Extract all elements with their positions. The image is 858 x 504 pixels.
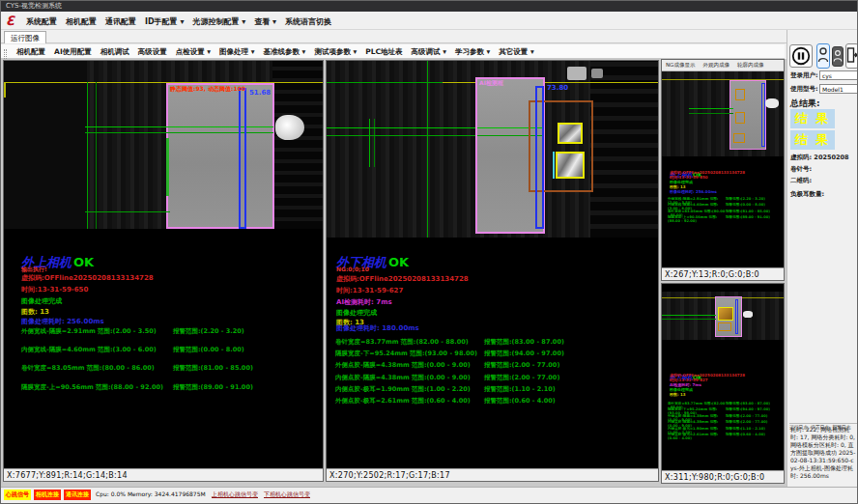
exit-button[interactable] [845,43,858,69]
preview-image-bottom[interactable] [662,292,784,340]
guide-vline-1 [87,82,88,229]
menu-item[interactable]: 系统语言切换 [285,16,331,27]
elapsed-line: 图像处理耗时: 256.00ms [21,317,104,326]
threshold-overlay-label: 静态阈值:93, 动态阈值:100 [170,85,245,94]
elapsed-line: 图像处理耗时: 180.00ms [336,323,419,333]
measurement-value: 外侧点胶-极耳=2.61mm 范围:(0.60 - 4.00) [335,397,484,408]
guide-vline-short-1 [369,119,370,167]
measure-hline-1 [689,108,733,109]
preview-tab[interactable]: NG成像显示 [662,60,699,71]
cursor-coords-readout: X:267;Y:13;R:0;G:0;B:0 [662,267,784,280]
measurement-value: 内侧点胶-极耳=1.90mm 范围:(1.00 - 2.20) [335,385,484,397]
guide-vline-short-2 [374,119,375,167]
measurement-row: 内侧点胶-极耳=1.90mm 范围:(1.00 - 2.20) 报警范围:(1.… [335,385,654,397]
measurement-row: 隔膜宽度-上=90.56mm 范围:(88.00 - 92.00) 报警范围:(… [21,383,311,402]
camera-connection-badge: 相机连接 [34,490,61,500]
toolbar-button[interactable]: 图像处理 ▾ [219,47,254,57]
status-bar: 心跳信号 相机连接 通讯连接 Cpu: 0.0% Memory: 3424.41… [1,487,858,504]
status-ok: OK [73,255,94,269]
toolbar-grip[interactable] [4,49,7,59]
tab-strip: 运行图像 [1,30,858,43]
menu-item[interactable]: 系统配置 [26,16,57,27]
ng-preview-panel[interactable]: NG成像显示外观内成像轮廓内成像 外上相机OK 虚拟码:OFFline20250… [661,59,785,281]
menu-item[interactable]: 光源控制配置 ▾ [192,16,245,27]
menu-item[interactable]: 查看 ▾ [254,16,276,27]
alarm-range: 报警范围:(0.60 - 4.00) [484,397,556,408]
pause-button[interactable] [789,44,813,68]
tab-roi-yellow-2 [556,152,585,179]
baseline-green [327,82,443,83]
toolbar-button[interactable]: 相机配置 [16,47,45,57]
measurement-list: 卷针宽度=83.77mm 范围:(82.00 - 88.00) 报警范围:(83… [668,402,784,438]
toolbar-button[interactable]: AI使用配置 [54,47,92,57]
glue-blob-image [275,115,304,140]
time-line: 时间:13-31-59-627 [336,286,403,295]
roi-outline-blue [735,299,738,334]
measurement-row: 隔膜宽度-上=90.56mm 范围:(88.00 - 92.00) 报警范围:(… [668,215,784,221]
negative-tab-count-label: 负极耳数量: [790,190,824,199]
admin-mode-button[interactable] [832,46,844,67]
menu-bar: Ɛ 系统配置相机配置通讯配置ID手配置 ▾光源控制配置 ▾查看 ▾系统语言切换 [1,12,858,30]
roi-outline-pink [166,83,274,229]
alarm-range: 报警范围:(81.00 - 85.00) [173,364,253,382]
camera-panel-lower-outer[interactable]: AI检测框 73.80 外下相机OK NG:0;0;10 虚拟码:OFFline… [326,60,659,482]
app-logo-icon: Ɛ [6,14,21,28]
login-user-field[interactable]: cys [819,70,858,80]
heartbeat-status-badge: 心跳信号 [4,490,31,500]
tab-run-image[interactable]: 运行图像 [4,31,46,43]
toolbar-button[interactable]: 测试项参数 ▾ [314,47,357,57]
serial-line: 虚拟码:OFFline20250208133134728 [336,274,469,284]
camera-image-lower[interactable]: AI检测框 73.80 [327,61,658,238]
roi-outline-orange-3 [733,133,745,143]
lower-camera-heartbeat-text: 下相机心跳信号变 [264,490,310,499]
menu-item[interactable]: 通讯配置 [105,16,136,27]
measurement-value: 外侧点胶-隔膜=4.38mm 范围:(0.00 - 9.00) [335,361,484,373]
measure-hline-3 [85,211,170,212]
baseline-yellow [4,82,323,83]
toolbar-button[interactable]: 高级设置 [138,47,167,57]
toolbar-button[interactable]: 相机调试 [100,47,129,57]
main-area: 静态阈值:93, 动态阈值:100 51.68 外上相机OK 输出执行! 虚拟码… [1,59,786,487]
scene-dark-right [272,61,323,229]
measurement-value: 卷针宽度=83.05mm 范围:(80.00 - 86.00) [21,364,173,382]
measurement-row: 外侧宽线-隔膜=2.91mm 范围:(2.00 - 3.50) 报警范围:(2.… [21,327,311,346]
user-mode-button[interactable] [816,43,830,69]
alarm-range: 报警范围:(0.60 - 4.00) [726,433,765,438]
comm-connection-badge: 通讯连接 [64,490,91,500]
camera-panel-upper-outer[interactable]: 静态阈值:93, 动态阈值:100 51.68 外上相机OK 输出执行! 虚拟码… [3,60,324,482]
toolbar-button[interactable]: PLC地址表 [365,47,402,57]
edge-green-mark [166,138,169,196]
preview-panel-lower[interactable]: 外下相机OK 虚拟码:OFFline20250208133134728 时间:1… [661,283,785,484]
exit-door-icon [846,44,858,66]
camera-image-upper[interactable]: 静态阈值:93, 动态阈值:100 51.68 [4,61,323,229]
toolbar-button[interactable]: 点检设置 ▾ [176,47,211,57]
blue-measure-value: 73.80 [547,84,568,92]
toolbar-button[interactable]: 高级调试 ▾ [412,47,446,57]
alarm-range: 报警范围:(89.00 - 91.00) [173,383,253,402]
preview-image-top[interactable] [662,71,784,156]
preview-tab[interactable]: 外观内成像 [699,60,733,71]
measure-hline-2 [662,319,716,320]
model-field[interactable]: Model1 [819,84,858,94]
qrcode-label: 二维码: [790,177,812,185]
menu-item[interactable]: 相机配置 [66,16,97,27]
log-tab-strip: 运行日志设置日志报警日志 [789,414,858,424]
guide-vline [427,61,428,238]
preview-tab[interactable]: 轮廓内成像 [733,60,768,71]
measurement-row: 隔膜宽度-下=95.24mm 范围:(93.00 - 98.00) 报警范围:(… [335,350,654,361]
measure-hline-1 [662,315,716,316]
menu-item[interactable]: ID手配置 ▾ [145,16,184,27]
cursor-coords-readout: X:311;Y:980;R:0;G:0;B:0 [662,470,784,483]
toolbar-button[interactable]: 学习参数 ▾ [455,47,490,57]
toolbar-button[interactable]: 基准线参数 ▾ [263,47,305,57]
log-output[interactable]: 耗时: 222, 网络检测耗时: 17, 网络分类耗时: 0, 网络模板分区耗时… [790,426,856,480]
measurement-value: 内侧点胶-隔膜=4.38mm 范围:(0.00 - 9.00) [335,374,484,385]
measurement-row: 内侧点胶-隔膜=4.38mm 范围:(0.00 - 9.00) 报警范围:(2.… [335,374,654,385]
preview-tab-strip: NG成像显示外观内成像轮廓内成像 [662,60,784,71]
toolbar-button[interactable]: 其它设置 ▾ [499,47,533,57]
measurement-row: 卷针宽度=83.77mm 范围:(82.00 - 88.00) 报警范围:(83… [335,338,654,350]
alarm-range: 报警范围:(2.00 - 77.00) [484,361,559,373]
blue-measure-value: 51.68 [249,89,271,97]
measurement-row: 外侧点胶-极耳=2.61mm 范围:(0.60 - 4.00) 报警范围:(0.… [668,433,784,438]
serial-readout: 虚拟码: 20250208 [790,154,849,162]
